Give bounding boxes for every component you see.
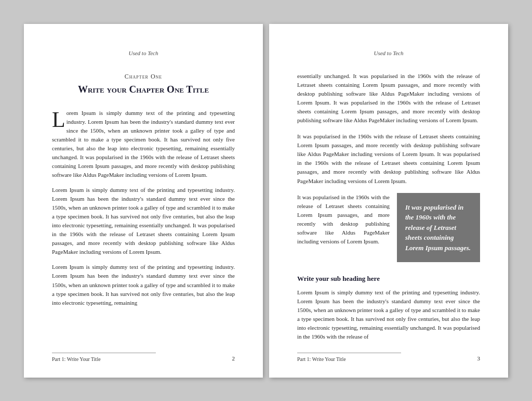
left-page-footer: Part 1: Write Your Title 2 [52,353,235,363]
chapter-label: Chapter One [52,72,235,81]
left-page-header: Used to Tech [52,49,235,58]
right-para-2: It was popularised in the 1960s with the… [297,132,480,185]
right-page: Used to Tech essentially unchanged. It w… [269,24,508,378]
right-page-number: 3 [477,354,481,363]
sub-heading: Write your sub heading here [297,274,480,284]
right-para-4: Lorem Ipsum is simply dummy text of the … [297,288,480,341]
chapter-title: Write your Chapter One Title [52,83,235,96]
left-para-2: Lorem Ipsum is simply dummy text of the … [52,186,235,256]
right-page-footer: Part 1: Write Your Title 3 [297,353,480,363]
left-para-1-text: orem Ipsum is simply dummy text of the p… [52,110,235,178]
pages-container: Used to Tech Chapter One Write your Chap… [24,24,508,378]
drop-cap-letter: L [52,112,65,128]
left-para-3: Lorem Ipsum is simply dummy text of the … [52,263,235,307]
left-footer-section: Part 1: Write Your Title [52,353,156,363]
right-para-1: essentially unchanged. It was popularise… [297,72,480,125]
left-page: Used to Tech Chapter One Write your Chap… [24,24,263,378]
right-page-header: Used to Tech [297,49,480,58]
right-footer-section: Part 1: Write Your Title [297,353,401,363]
pullquote-box: It was popularised in the 1960s with the… [397,193,480,263]
pullquote-text: It was popularised in the 1960s with the… [405,203,471,252]
left-page-number: 2 [232,354,235,363]
left-para-1: L orem Ipsum is simply dummy text of the… [52,109,235,179]
